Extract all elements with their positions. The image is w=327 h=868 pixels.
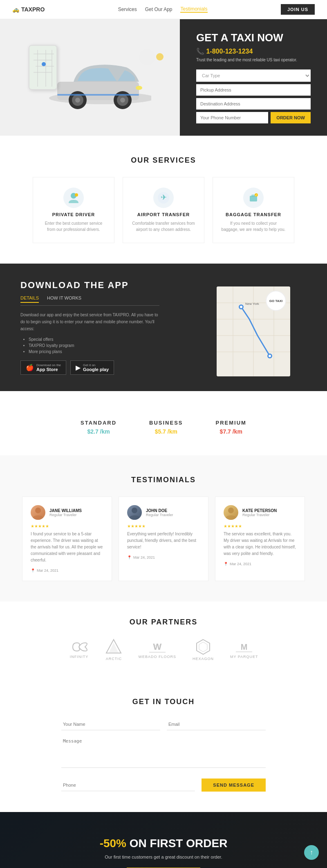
myparquet-icon: M	[234, 641, 254, 653]
arctic-icon	[105, 639, 122, 655]
contact-name-email-row	[61, 718, 266, 730]
app-store-button[interactable]: 🍎 Download on the App Store	[20, 360, 66, 375]
nav-services[interactable]: Services	[118, 7, 137, 12]
phone-mockup	[29, 45, 57, 90]
apple-icon: 🍎	[26, 364, 34, 371]
jane-text: I found your service to be a 5-star expe…	[31, 531, 103, 564]
testimonial-kate: KATE PETERSON Regular Traveler ★★★★★ The…	[215, 497, 305, 581]
kate-header: KATE PETERSON Regular Traveler	[224, 505, 296, 520]
contact-name-input[interactable]	[61, 718, 160, 730]
jane-stars: ★★★★★	[31, 524, 103, 528]
send-message-button[interactable]: SEND MESSAGE	[202, 779, 266, 792]
destination-input[interactable]	[196, 98, 311, 110]
download-left: DOWNLOAD THE APP DETAILS HOW IT WORKS Do…	[0, 264, 180, 391]
services-title: OUR SERVICES	[16, 156, 311, 165]
pricing-grid: STANDARD $2.7 /km BUSINESS $5.7 /km PREM…	[16, 420, 311, 435]
baggage-name: BAGGAGE TRANSFER	[221, 212, 286, 217]
driver-icon	[67, 191, 81, 205]
tab-details[interactable]: DETAILS	[20, 295, 39, 303]
location-icon: 📍	[31, 568, 35, 573]
tab-how-it-works[interactable]: HOW IT WORKS	[47, 295, 81, 303]
decor-circle-1	[139, 49, 155, 65]
map-mockup: New York GO TAXI	[217, 286, 290, 376]
navbar: 🚕 TAXPRO Services Get Our App Testimonia…	[0, 0, 327, 19]
contact-phone-input[interactable]	[61, 779, 195, 791]
airport-icon: ✈	[157, 191, 170, 205]
back-to-top-button[interactable]: ↑	[304, 845, 319, 860]
svg-text:M: M	[241, 642, 248, 651]
baggage-desc: If you need to collect your baggage, we …	[221, 220, 286, 233]
pickup-input[interactable]	[196, 84, 311, 96]
svg-point-41	[132, 508, 137, 513]
john-date: 📍 Mar 24, 2021	[127, 555, 200, 559]
svg-point-16	[120, 98, 125, 103]
svg-point-20	[75, 193, 78, 197]
download-description: Download our app and enjoy the best serv…	[20, 311, 159, 332]
airport-name: AIRPORT TRANSFER	[131, 212, 196, 217]
business-price: $5.7 /km	[149, 428, 183, 435]
download-section: DOWNLOAD THE APP DETAILS HOW IT WORKS Do…	[0, 264, 327, 391]
download-title: DOWNLOAD THE APP	[20, 280, 159, 291]
svg-point-36	[240, 306, 242, 308]
nav-get-app[interactable]: Get Our App	[145, 7, 172, 12]
testimonials-grid: JANE WILLIAMS Regular Traveler ★★★★★ I f…	[16, 497, 311, 581]
decor-circle-2	[156, 53, 164, 60]
car-type-select[interactable]: Car Type	[196, 69, 311, 82]
nav-testimonials[interactable]: Testimonials	[180, 6, 207, 13]
kate-text: The service was excellent, thank you. My…	[224, 531, 296, 557]
phone-input[interactable]	[196, 112, 268, 123]
order-now-button[interactable]: ORDER NOW	[271, 112, 311, 123]
go-taxi-button[interactable]: GO TAXI	[266, 291, 286, 311]
kate-date: 📍 Mar 24, 2021	[224, 562, 296, 566]
svg-point-40	[35, 508, 41, 513]
hero-right: GET A TAXI NOW 📞 1-800-123-1234 Trust th…	[180, 19, 327, 136]
service-card-baggage: ✓ BAGGAGE TRANSFER If you need to collec…	[213, 177, 294, 243]
feature-1: Special offers	[29, 337, 159, 342]
partner-hexagon: HEXAGON	[193, 639, 214, 661]
promo-title-text: ON FIRST ORDER	[130, 837, 228, 850]
hero-section: GET A TAXI NOW 📞 1-800-123-1234 Trust th…	[0, 19, 327, 136]
svg-marker-49	[199, 642, 207, 652]
logo-text: TAXPRO	[21, 6, 45, 13]
partners-grid: INFINITY ARCTIC W ≡ ≡ ≡ WEBADO FLOORS HE…	[16, 639, 311, 661]
svg-rect-0	[29, 46, 57, 90]
testimonial-john: JOHN DOE Regular Traveler ★★★★★ Everythi…	[119, 497, 208, 581]
services-section: OUR SERVICES PRIVATE DRIVER Enter the be…	[0, 136, 327, 264]
phone-order-row: ORDER NOW	[196, 112, 311, 123]
service-card-driver: PRIVATE DRIVER Enter the best customer s…	[33, 177, 114, 243]
svg-rect-18	[57, 94, 139, 96]
standard-name: STANDARD	[81, 420, 116, 426]
hero-left	[0, 29, 180, 127]
svg-marker-44	[109, 643, 119, 653]
svg-text:New York: New York	[245, 302, 260, 306]
service-card-airport: ✈ AIRPORT TRANSFER Comfortable transfer …	[123, 177, 204, 243]
airport-icon-circle: ✈	[153, 188, 174, 208]
pricing-premium: PREMIUM $7.7 /km	[216, 420, 246, 435]
contact-message-input[interactable]	[61, 735, 266, 768]
kate-avatar	[224, 505, 238, 520]
pricing-section: STANDARD $2.7 /km BUSINESS $5.7 /km PREM…	[0, 391, 327, 455]
download-features: Special offers TAXPRO loyalty program Mo…	[29, 337, 159, 354]
contact-email-input[interactable]	[167, 718, 266, 730]
testimonials-title: TESTIMONIALS	[16, 476, 311, 484]
hero-subtitle: Trust the leading and the most reliable …	[196, 58, 311, 62]
join-us-button[interactable]: JOIN US	[281, 4, 315, 15]
feature-3: More pricing plans	[29, 349, 159, 354]
john-header: JOHN DOE Regular Traveler	[127, 505, 200, 520]
john-info: JOHN DOE Regular Traveler	[146, 508, 173, 517]
partner-infinity: INFINITY	[69, 641, 89, 659]
driver-name: PRIVATE DRIVER	[41, 212, 106, 217]
hero-form: Car Type ORDER NOW	[196, 69, 311, 123]
download-right: New York GO TAXI	[180, 264, 327, 391]
standard-price: $2.7 /km	[81, 428, 116, 435]
app-store-text: Download on the App Store	[36, 363, 61, 372]
webado-icon: W ≡ ≡ ≡	[147, 641, 168, 653]
hero-title: GET A TAXI NOW	[196, 31, 311, 44]
business-name: BUSINESS	[149, 420, 183, 426]
google-play-button[interactable]: ▶ Get it on Google play	[70, 360, 114, 375]
promo-section: -50% ON FIRST ORDER Our first time custo…	[0, 812, 327, 868]
svg-point-38	[269, 355, 271, 357]
testimonials-section: TESTIMONIALS JANE WILLIAMS Regular Trave…	[0, 455, 327, 602]
baggage-icon: ✓	[246, 191, 260, 205]
kate-stars: ★★★★★	[224, 524, 296, 528]
